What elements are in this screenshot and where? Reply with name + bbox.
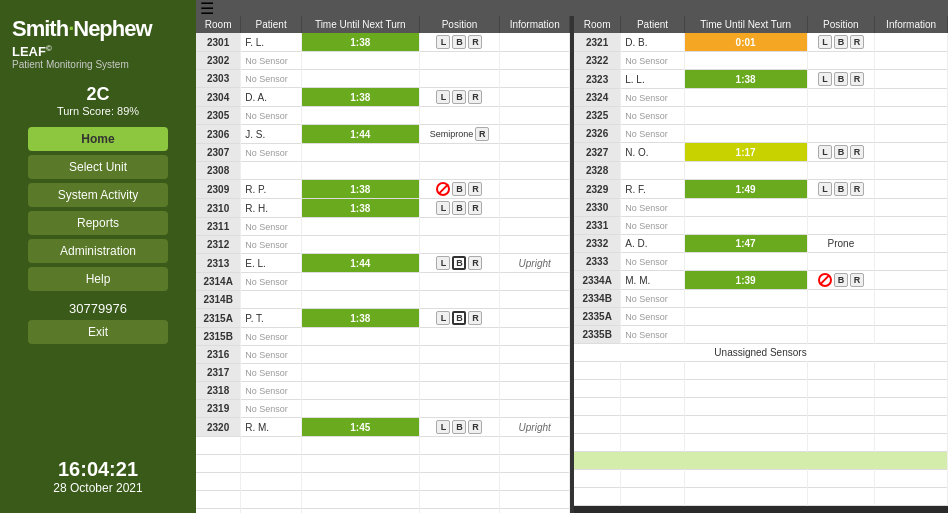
exit-button[interactable]: Exit bbox=[28, 320, 168, 344]
pos-L[interactable]: L bbox=[436, 35, 450, 49]
info-cell bbox=[875, 217, 948, 235]
col-info-right: Information bbox=[875, 16, 948, 33]
room-cell: 2320 bbox=[196, 418, 241, 437]
table-row: 2333No Sensor bbox=[574, 253, 948, 271]
right-room-table: Room Patient Time Until Next Turn Positi… bbox=[574, 16, 948, 506]
pos-L[interactable]: L bbox=[818, 72, 832, 86]
pos-B[interactable]: B bbox=[452, 201, 466, 215]
pos-R[interactable]: R bbox=[468, 201, 482, 215]
pos-L[interactable]: L bbox=[818, 35, 832, 49]
pos-L[interactable]: L bbox=[818, 145, 832, 159]
empty-cell bbox=[301, 473, 419, 491]
nav-select-unit[interactable]: Select Unit bbox=[28, 155, 168, 179]
nav-system-activity[interactable]: System Activity bbox=[28, 183, 168, 207]
empty-cell bbox=[621, 434, 684, 452]
info-cell bbox=[875, 271, 948, 290]
empty-row bbox=[574, 434, 948, 452]
table-row: 2321D. B.0:01 L B R bbox=[574, 33, 948, 52]
pos-R[interactable]: R bbox=[850, 182, 864, 196]
timer-cell bbox=[301, 364, 419, 382]
pos-R[interactable]: R bbox=[468, 90, 482, 104]
pos-B[interactable]: B bbox=[834, 273, 848, 287]
info-cell bbox=[500, 125, 570, 144]
patient-cell: No Sensor bbox=[241, 364, 302, 382]
pos-L[interactable]: L bbox=[436, 311, 450, 325]
info-cell bbox=[500, 346, 570, 364]
pos-B[interactable]: B bbox=[834, 72, 848, 86]
pos-L[interactable]: L bbox=[436, 420, 450, 434]
pos-B[interactable]: B bbox=[834, 182, 848, 196]
pos-R[interactable]: R bbox=[468, 35, 482, 49]
info-cell bbox=[875, 180, 948, 199]
pos-B[interactable]: B bbox=[834, 145, 848, 159]
pos-B-selected[interactable]: B bbox=[452, 256, 466, 270]
pos-B[interactable]: B bbox=[834, 35, 848, 49]
pos-L[interactable]: L bbox=[818, 182, 832, 196]
pos-R[interactable]: R bbox=[468, 256, 482, 270]
empty-row bbox=[196, 509, 570, 514]
info-cell: Upright bbox=[500, 418, 570, 437]
room-cell: 2319 bbox=[196, 400, 241, 418]
info-cell bbox=[875, 33, 948, 52]
logo-area: Smith·Nephew LEAF© Patient Monitoring Sy… bbox=[0, 8, 196, 74]
pos-R[interactable]: R bbox=[475, 127, 489, 141]
empty-cell bbox=[875, 434, 948, 452]
table-row: 2325No Sensor bbox=[574, 107, 948, 125]
patient-cell: E. L. bbox=[241, 254, 302, 273]
empty-row bbox=[574, 488, 948, 506]
menu-icon[interactable]: ☰ bbox=[200, 0, 214, 18]
pos-B[interactable]: B bbox=[452, 420, 466, 434]
empty-row bbox=[574, 362, 948, 380]
info-cell bbox=[875, 125, 948, 143]
timer-cell bbox=[684, 107, 807, 125]
patient-cell: No Sensor bbox=[241, 382, 302, 400]
nav-administration[interactable]: Administration bbox=[28, 239, 168, 263]
empty-cell bbox=[875, 362, 948, 380]
pos-B[interactable]: B bbox=[452, 182, 466, 196]
empty-cell bbox=[807, 470, 875, 488]
pos-R[interactable]: R bbox=[850, 273, 864, 287]
room-cell: 2322 bbox=[574, 52, 621, 70]
pos-L[interactable]: L bbox=[436, 201, 450, 215]
pos-R[interactable]: R bbox=[850, 72, 864, 86]
turn-score: Turn Score: 89% bbox=[57, 105, 139, 117]
room-cell: 2308 bbox=[196, 162, 241, 180]
empty-cell bbox=[301, 455, 419, 473]
room-cell: 2327 bbox=[574, 143, 621, 162]
info-cell bbox=[875, 143, 948, 162]
nav-reports[interactable]: Reports bbox=[28, 211, 168, 235]
patient-cell: No Sensor bbox=[621, 125, 684, 143]
table-row: 2315BNo Sensor bbox=[196, 328, 570, 346]
pos-R[interactable]: R bbox=[468, 311, 482, 325]
pos-B-selected[interactable]: B bbox=[452, 311, 466, 325]
empty-cell bbox=[241, 455, 302, 473]
empty-cell bbox=[241, 437, 302, 455]
position-cell bbox=[419, 382, 500, 400]
timer-cell: 1:49 bbox=[684, 180, 807, 199]
patient-cell: No Sensor bbox=[621, 326, 684, 344]
table-row: 2327N. O.1:17 L B R bbox=[574, 143, 948, 162]
pos-R[interactable]: R bbox=[468, 420, 482, 434]
pos-B[interactable]: B bbox=[452, 35, 466, 49]
patient-cell: No Sensor bbox=[621, 308, 684, 326]
nav-help[interactable]: Help bbox=[28, 267, 168, 291]
pos-B[interactable]: B bbox=[452, 90, 466, 104]
info-cell bbox=[500, 33, 570, 52]
pos-L[interactable]: L bbox=[436, 256, 450, 270]
col-info-left: Information bbox=[500, 16, 570, 33]
patient-cell: D. A. bbox=[241, 88, 302, 107]
pos-R[interactable]: R bbox=[850, 35, 864, 49]
patient-cell: M. M. bbox=[621, 271, 684, 290]
table-row: 2328 bbox=[574, 162, 948, 180]
empty-cell bbox=[301, 491, 419, 509]
timer-cell bbox=[684, 199, 807, 217]
pos-R[interactable]: R bbox=[468, 182, 482, 196]
pos-L[interactable]: L bbox=[436, 90, 450, 104]
empty-cell bbox=[500, 509, 570, 514]
nav-home[interactable]: Home bbox=[28, 127, 168, 151]
pos-R[interactable]: R bbox=[850, 145, 864, 159]
room-cell: 2324 bbox=[574, 89, 621, 107]
empty-row bbox=[196, 473, 570, 491]
patient-cell: No Sensor bbox=[241, 400, 302, 418]
empty-cell bbox=[684, 434, 807, 452]
